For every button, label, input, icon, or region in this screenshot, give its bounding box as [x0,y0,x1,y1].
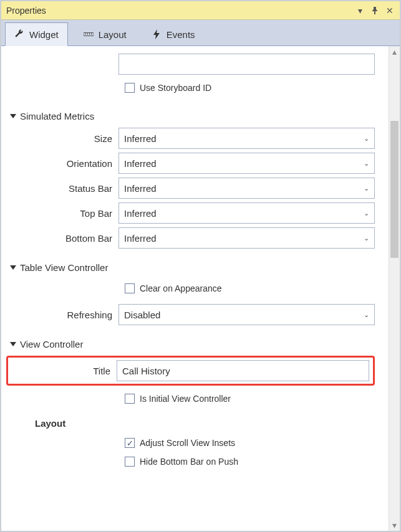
title-highlight: Title [6,356,375,386]
scrollbar[interactable]: ▴ ▾ [389,46,400,531]
pin-icon[interactable] [370,6,380,16]
section-view-controller[interactable]: View Controller [10,339,375,349]
refreshing-label: Refreshing [10,310,118,320]
svg-rect-0 [84,33,94,36]
top-bar-select[interactable]: Inferred⌄ [118,202,375,224]
tab-label: Layout [99,29,127,40]
ruler-icon [84,29,94,39]
tab-widget[interactable]: Widget [5,22,68,46]
clear-on-appearance-label: Clear on Appearance [140,283,222,293]
vc-title-input[interactable] [117,360,369,381]
vc-title-label: Title [8,366,117,376]
is-initial-checkbox[interactable] [125,394,135,404]
hide-bottom-checkbox[interactable] [125,457,135,467]
layout-subheader: Layout [35,418,375,429]
section-simulated-metrics[interactable]: Simulated Metrics [10,111,375,121]
expander-icon [10,114,16,118]
chevron-down-icon: ⌄ [364,209,369,217]
chevron-down-icon: ⌄ [364,159,369,168]
tab-events[interactable]: Events [142,22,205,45]
wrench-icon [14,29,24,39]
chevron-down-icon: ⌄ [364,135,369,143]
titlebar-icons: ▾ ✕ [355,6,395,16]
is-initial-label: Is Initial View Controller [140,394,231,404]
bolt-icon [152,29,162,39]
section-title: View Controller [20,339,83,349]
section-title: Table View Controller [20,262,108,273]
hide-bottom-label: Hide Bottom Bar on Push [140,457,238,467]
size-label: Size [10,133,118,144]
properties-content: Use Storyboard ID Simulated Metrics Size… [1,46,389,531]
orientation-value: Inferred [124,158,157,169]
bottom-bar-label: Bottom Bar [10,233,118,244]
chevron-down-icon: ⌄ [364,234,369,242]
dropdown-icon[interactable]: ▾ [355,6,365,16]
chevron-down-icon: ⌄ [364,184,369,192]
titlebar: Properties ▾ ✕ [1,1,400,20]
bottom-bar-select[interactable]: Inferred⌄ [118,227,375,249]
orientation-label: Orientation [10,158,118,169]
clear-on-appearance-checkbox[interactable] [125,283,135,293]
expander-icon [10,342,16,346]
use-storyboard-id-checkbox[interactable] [125,83,135,93]
tab-label: Events [167,29,195,40]
chevron-down-icon: ⌄ [364,311,369,319]
status-bar-value: Inferred [124,183,157,194]
tabbar: Widget Layout Events [1,20,400,46]
scroll-thumb[interactable] [390,121,399,258]
storyboard-id-input[interactable] [118,54,375,75]
expander-icon [10,265,16,270]
top-bar-label: Top Bar [10,208,118,219]
refreshing-select[interactable]: Disabled⌄ [118,304,375,325]
orientation-select[interactable]: Inferred⌄ [118,153,375,174]
scroll-up-icon[interactable]: ▴ [389,46,400,57]
size-value: Inferred [124,133,157,144]
window-title: Properties [6,6,355,16]
use-storyboard-id-label: Use Storyboard ID [140,83,211,93]
status-bar-select[interactable]: Inferred⌄ [118,178,375,199]
section-title: Simulated Metrics [20,111,94,121]
scroll-down-icon[interactable]: ▾ [389,520,400,531]
top-bar-value: Inferred [124,208,157,219]
adjust-insets-label: Adjust Scroll View Insets [140,438,235,448]
adjust-insets-checkbox[interactable] [125,438,135,448]
size-select[interactable]: Inferred⌄ [118,128,375,149]
section-table-view-controller[interactable]: Table View Controller [10,262,375,273]
bottom-bar-value: Inferred [124,233,157,244]
status-bar-label: Status Bar [10,183,118,194]
vc-title-text[interactable] [122,366,241,376]
close-icon[interactable]: ✕ [385,6,395,16]
tab-label: Widget [29,29,59,40]
refreshing-value: Disabled [124,310,160,320]
tab-layout[interactable]: Layout [74,22,136,45]
